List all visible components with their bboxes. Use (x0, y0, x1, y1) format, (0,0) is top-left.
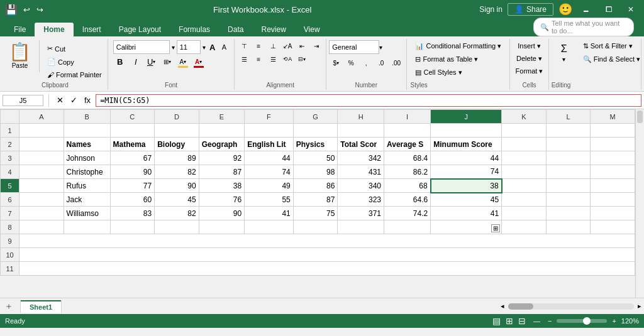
cell-k4[interactable] (502, 165, 547, 179)
row-header-11[interactable]: 11 (1, 262, 19, 276)
font-name-dropdown-icon[interactable]: ▾ (172, 44, 175, 51)
accounting-format-button[interactable]: $▾ (329, 57, 343, 68)
font-color-dropdown-icon[interactable]: ▾ (199, 59, 202, 65)
col-header-i[interactable]: I (384, 110, 431, 124)
cell-l5[interactable] (546, 179, 591, 193)
font-name-input[interactable] (113, 40, 170, 54)
smiley-icon[interactable]: 🙂 (558, 3, 572, 16)
col-header-h[interactable]: H (338, 110, 384, 124)
cell-c6[interactable]: 60 (110, 193, 155, 207)
comma-button[interactable]: , (359, 57, 373, 68)
format-as-table-button[interactable]: ⊟ Format as Table ▾ (411, 53, 506, 65)
cell-l4[interactable] (546, 165, 591, 179)
cell-k3[interactable] (502, 151, 547, 165)
cell-i7[interactable]: 74.2 (384, 207, 431, 220)
add-sheet-button[interactable]: ＋ (0, 300, 18, 313)
cell-l8[interactable] (546, 220, 591, 234)
col-header-g[interactable]: G (293, 110, 338, 124)
cell-k8[interactable] (502, 220, 547, 234)
format-painter-button[interactable]: 🖌 Format Painter (43, 69, 106, 80)
cell-j6[interactable]: 45 (431, 193, 502, 207)
cell-e7[interactable]: 90 (199, 207, 244, 220)
tab-review[interactable]: Review (252, 23, 294, 36)
zoom-slider[interactable] (557, 319, 607, 323)
font-size-dropdown-icon[interactable]: ▾ (203, 44, 206, 51)
row-header-9[interactable]: 9 (1, 234, 19, 248)
number-format-input[interactable] (329, 40, 379, 54)
merge-center-button[interactable]: ⊟▾ (295, 53, 309, 65)
find-select-button[interactable]: 🔍 Find & Select ▾ (579, 53, 644, 65)
wrap-text-button[interactable]: ⟲A (280, 53, 294, 65)
cell-a7[interactable] (19, 207, 64, 220)
cell-m5[interactable] (591, 179, 635, 193)
cell-h8[interactable] (338, 220, 384, 234)
col-header-c[interactable]: C (110, 110, 155, 124)
page-layout-button[interactable]: ⊞ (506, 316, 513, 326)
sheet-tab-sheet1[interactable]: Sheet1 (20, 300, 62, 313)
cell-j7[interactable]: 41 (431, 207, 502, 220)
copy-button[interactable]: 📄 Copy (43, 56, 106, 68)
row-header-1[interactable]: 1 (1, 124, 19, 138)
cell-l3[interactable] (546, 151, 591, 165)
cell-g1[interactable] (293, 124, 338, 138)
cell-e2[interactable]: Geograph (199, 138, 244, 151)
cell-g5[interactable]: 86 (293, 179, 338, 193)
cell-h4[interactable]: 431 (338, 165, 384, 179)
indent-decrease-button[interactable]: ⇤ (295, 40, 309, 51)
format-button[interactable]: Format ▾ (512, 65, 547, 77)
cell-i4[interactable]: 86.2 (384, 165, 431, 179)
paste-options-icon[interactable]: ⊞ (491, 224, 500, 232)
cell-a5[interactable] (19, 179, 64, 193)
cell-d6[interactable]: 45 (155, 193, 199, 207)
cell-f5[interactable]: 49 (245, 179, 294, 193)
insert-button[interactable]: Insert ▾ (514, 40, 545, 52)
conditional-formatting-button[interactable]: 📊 Conditional Formatting ▾ (411, 40, 506, 52)
autosum-button[interactable]: Σ ▾ (552, 40, 577, 66)
row-header-4[interactable]: 4 (1, 165, 19, 179)
row-header-10[interactable]: 10 (1, 248, 19, 262)
sort-filter-button[interactable]: ⇅ Sort & Filter ▾ (579, 40, 644, 52)
row-header-6[interactable]: 6 (1, 193, 19, 207)
cell-h3[interactable]: 342 (338, 151, 384, 165)
cell-l1[interactable] (546, 124, 591, 138)
cell-a4[interactable] (19, 165, 64, 179)
cell-j3[interactable]: 44 (431, 151, 502, 165)
align-top-button[interactable]: ⊤ (237, 40, 251, 51)
cell-row10[interactable] (19, 248, 635, 262)
align-center-button[interactable]: ≡ (252, 53, 265, 65)
cell-k1[interactable] (502, 124, 547, 138)
cell-d7[interactable]: 82 (155, 207, 199, 220)
tab-page-layout[interactable]: Page Layout (110, 23, 170, 36)
number-format-dropdown-icon[interactable]: ▾ (379, 44, 382, 51)
cell-d5[interactable]: 90 (155, 179, 199, 193)
cell-c1[interactable] (110, 124, 155, 138)
cell-f4[interactable]: 74 (245, 165, 294, 179)
cell-g4[interactable]: 98 (293, 165, 338, 179)
save-icon[interactable]: 💾 (5, 4, 18, 16)
vertical-scrollbar[interactable] (635, 109, 644, 298)
cell-m1[interactable] (591, 124, 635, 138)
align-bottom-button[interactable]: ⊥ (266, 40, 280, 51)
cell-a3[interactable] (19, 151, 64, 165)
font-size-input[interactable] (177, 40, 201, 54)
cell-j5[interactable]: 38 (431, 179, 502, 193)
cell-h1[interactable] (338, 124, 384, 138)
tab-formulas[interactable]: Formulas (170, 23, 219, 36)
tab-home[interactable]: Home (35, 23, 73, 36)
cell-d1[interactable] (155, 124, 199, 138)
decrease-decimal-button[interactable]: .0 (374, 57, 388, 68)
cut-button[interactable]: ✂ Cut (43, 43, 106, 55)
cell-m6[interactable] (591, 193, 635, 207)
cell-k6[interactable] (502, 193, 547, 207)
sign-in-button[interactable]: Sign in (479, 5, 502, 14)
cell-f6[interactable]: 55 (245, 193, 294, 207)
cell-c3[interactable]: 67 (110, 151, 155, 165)
cell-m4[interactable] (591, 165, 635, 179)
cell-reference-box[interactable] (3, 95, 43, 106)
zoom-in-button[interactable]: + (612, 317, 616, 325)
increase-font-button[interactable]: A (208, 41, 218, 53)
col-header-b[interactable]: B (64, 110, 110, 124)
col-header-e[interactable]: E (199, 110, 244, 124)
percent-button[interactable]: % (344, 57, 358, 68)
cell-f8[interactable] (245, 220, 294, 234)
